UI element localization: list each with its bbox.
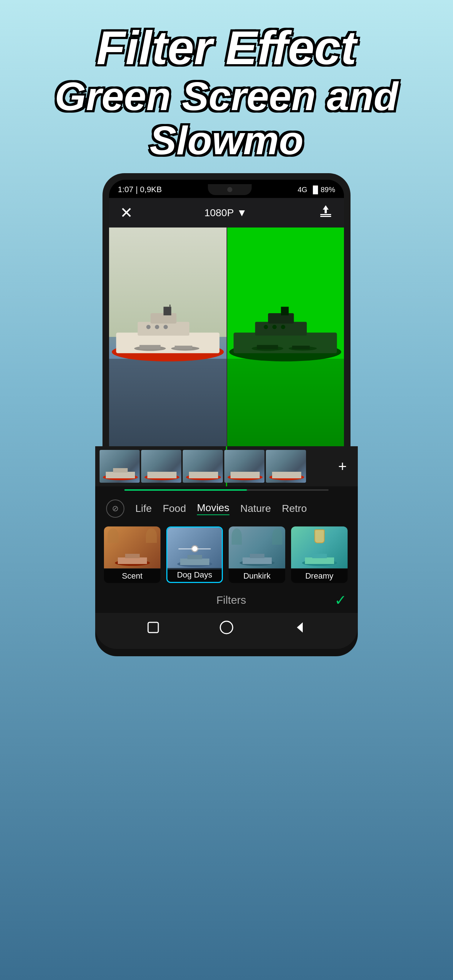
dogdays-thumb (167, 528, 222, 570)
svg-point-21 (264, 325, 268, 329)
phone-bottom: + ⊘ Life Food Movies Nature Retro (95, 446, 358, 656)
svg-rect-0 (320, 214, 331, 215)
dreamy-ship (300, 550, 340, 566)
filter-cat-movies[interactable]: Movies (197, 502, 230, 515)
dreamy-thumb (291, 527, 348, 568)
filters-checkmark[interactable]: ✓ (335, 592, 347, 608)
scent-label: Scent (104, 569, 161, 583)
close-button[interactable]: ✕ (120, 204, 133, 222)
svg-rect-29 (106, 472, 135, 478)
svg-marker-2 (323, 205, 329, 213)
timeline-thumb[interactable] (183, 450, 223, 483)
svg-point-23 (281, 325, 285, 329)
filter-item-dogdays[interactable]: Dog Days (166, 527, 223, 583)
title-line2: Green Screen and Slowmo (14, 74, 439, 162)
header-section: Filter Effect Green Screen and Slowmo (0, 0, 453, 173)
svg-rect-30 (113, 468, 128, 473)
svg-rect-40 (118, 557, 147, 564)
svg-rect-15 (175, 345, 192, 349)
filter-cat-nature[interactable]: Nature (240, 503, 271, 514)
nav-square-button[interactable] (147, 621, 160, 637)
bg-ships-right (250, 330, 320, 363)
svg-rect-43 (180, 558, 209, 565)
nav-back-icon (293, 621, 306, 634)
timeline-thumb[interactable] (141, 450, 181, 483)
dunkirk-label: Dunkirk (229, 569, 285, 583)
thumb-ship-icon (142, 465, 181, 481)
dogdays-ship (175, 551, 215, 568)
camera-notch (208, 184, 252, 195)
svg-rect-51 (148, 622, 158, 633)
phone-top: 1:07 | 0,9KB 4G ▐▌89% ✕ 1080P ▼ (102, 173, 351, 446)
thumb-ship-icon (266, 465, 306, 481)
svg-rect-19 (268, 313, 294, 323)
scent-thumb (104, 527, 161, 568)
timeline-thumb[interactable] (224, 450, 265, 483)
svg-rect-27 (292, 345, 309, 349)
nav-back-button[interactable] (293, 621, 306, 637)
filters-footer: Filters ✓ (95, 586, 358, 613)
filter-item-dunkirk[interactable]: Dunkirk (229, 527, 285, 583)
export-button[interactable] (318, 204, 333, 222)
timeline-add-button[interactable]: + (332, 450, 353, 483)
bg-ships-left (132, 330, 203, 363)
svg-rect-32 (147, 472, 177, 478)
video-preview (109, 228, 344, 446)
video-right (226, 228, 344, 446)
nav-home-icon (219, 620, 234, 635)
filter-cat-retro[interactable]: Retro (282, 503, 307, 514)
battery-icon: ▐▌89% (310, 186, 335, 194)
thumb-ship-icon (100, 465, 140, 481)
video-left (109, 228, 226, 446)
dreamy-label: Dreamy (291, 569, 348, 583)
svg-rect-44 (187, 555, 202, 559)
export-icon (318, 204, 333, 218)
status-time: 1:07 | 0,9KB (118, 185, 162, 194)
status-bar: 1:07 | 0,9KB 4G ▐▌89% (109, 180, 344, 198)
svg-rect-46 (242, 557, 272, 564)
svg-rect-34 (189, 472, 218, 478)
svg-rect-38 (272, 472, 301, 478)
svg-point-10 (155, 325, 160, 329)
filter-items: Scent Dog Days (95, 523, 358, 586)
svg-rect-41 (125, 554, 140, 558)
svg-rect-6 (151, 313, 177, 323)
scent-ship (112, 550, 152, 566)
svg-point-22 (273, 325, 277, 329)
quality-label: 1080P (204, 207, 234, 219)
filter-cat-food[interactable]: Food (163, 503, 186, 514)
nav-home-button[interactable] (219, 620, 234, 638)
thumb-ship-icon (183, 465, 223, 481)
quality-selector[interactable]: 1080P ▼ (204, 207, 247, 219)
phone-wrapper: 1:07 | 0,9KB 4G ▐▌89% ✕ 1080P ▼ (95, 173, 358, 656)
thumb-ship-icon (225, 465, 265, 481)
filter-item-dreamy[interactable]: Dreamy (291, 527, 348, 583)
svg-point-9 (146, 325, 151, 329)
progress-bar (124, 489, 329, 491)
progress-fill (124, 489, 247, 491)
timeline-thumb[interactable] (100, 450, 140, 483)
svg-point-11 (163, 325, 168, 329)
progress-bar-container (95, 489, 358, 491)
filter-item-scent[interactable]: Scent (104, 527, 161, 583)
filter-categories: ⊘ Life Food Movies Nature Retro (95, 494, 358, 523)
camera-dot (227, 187, 232, 192)
dunkirk-thumb (229, 527, 285, 568)
svg-rect-47 (250, 554, 265, 558)
quality-arrow: ▼ (237, 207, 247, 219)
svg-rect-50 (312, 554, 327, 558)
timeline-strip: + (95, 446, 358, 486)
dunkirk-ship (237, 550, 277, 566)
no-filter-icon[interactable]: ⊘ (106, 500, 124, 518)
timeline-thumb[interactable] (266, 450, 306, 483)
filter-cat-life[interactable]: Life (135, 503, 152, 514)
svg-rect-25 (257, 345, 278, 349)
svg-rect-7 (163, 307, 171, 315)
svg-rect-1 (320, 216, 331, 217)
signal-icon: 4G (298, 186, 308, 194)
toolbar-bar: ✕ 1080P ▼ (109, 198, 344, 228)
dogdays-label: Dog Days (167, 568, 222, 582)
svg-marker-53 (297, 622, 303, 633)
svg-rect-36 (231, 472, 260, 478)
title-line1: Filter Effect (14, 22, 439, 74)
